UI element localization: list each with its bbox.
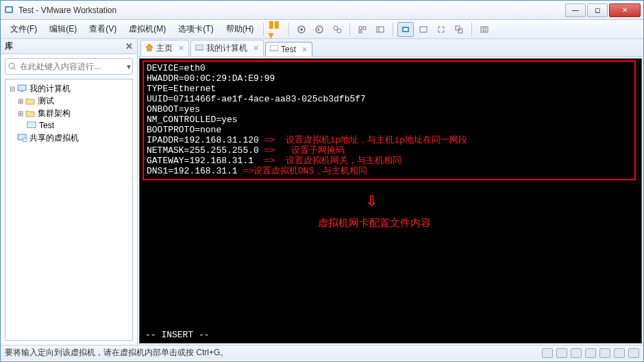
tab-my-computer[interactable]: 我的计算机 ✕ [190,40,264,56]
folder-icon [25,110,36,117]
device-icon[interactable] [614,348,625,358]
arrow-icon: ═> [264,156,286,166]
svg-rect-28 [270,45,278,51]
terminal-line: GATEWAY=192.168.31.1 ═> 设置虚拟机网关，与主机相同 [147,156,632,166]
close-button[interactable]: ✕ [609,3,641,17]
tab-test[interactable]: Test ✕ [265,42,312,56]
menu-file[interactable]: 文件(F) [5,21,42,37]
view-mode-1-icon[interactable] [397,22,414,37]
svg-point-19 [9,63,14,69]
terminal-line: NETMASK=255.255.255.0 ═> 设置子网掩码 [147,145,632,156]
computer-icon [195,44,203,53]
arrow-icon: ═> [264,145,291,156]
device-icon[interactable] [556,348,567,358]
svg-rect-24 [29,123,34,126]
search-input[interactable] [20,62,123,71]
annotation-box: DEVICE=eth0 HWADDR=00:0C:29:DA:E9:99 TYP… [143,60,636,180]
svg-rect-9 [359,31,362,33]
vm-icon [270,45,278,54]
minimize-button[interactable]: — [565,3,586,17]
tab-label: Test [281,45,296,54]
terminal-line: TYPE=Ethernet [147,84,632,94]
manage-icon[interactable] [329,22,345,37]
big-arrow-icon: ⇩ [366,196,377,206]
tree-item-vm[interactable]: Test [7,119,131,132]
maximize-button[interactable]: ◻ [587,3,608,17]
tree-item-folder[interactable]: ⊞ 测试 [7,95,131,107]
tab-home[interactable]: 主页 ✕ [140,40,189,56]
tab-label: 主页 [156,43,173,54]
titlebar: Test - VMware Workstation — ◻ ✕ [1,1,643,20]
thumbnail-icon[interactable] [354,22,371,37]
arrow-icon: ═> [264,135,286,145]
sidebar-toggle-icon[interactable] [372,22,388,37]
tree-label: Test [39,121,54,130]
search-box[interactable]: ▼ [5,58,133,75]
home-icon [145,43,153,53]
collapse-icon[interactable]: ⊟ [8,85,16,93]
svg-rect-8 [363,27,366,29]
menu-edit[interactable]: 编辑(E) [44,21,82,37]
svg-point-26 [23,138,27,142]
menu-help[interactable]: 帮助(H) [221,21,260,37]
tree-label: 我的计算机 [29,83,71,95]
pause-button[interactable]: ▮▮ ▾ [268,22,284,37]
tree-label: 测试 [38,95,54,107]
svg-rect-13 [404,28,408,31]
tab-close-icon[interactable]: ✕ [301,45,308,54]
svg-rect-21 [18,85,26,90]
device-icon[interactable] [628,348,639,358]
terminal-line: ONBOOT=yes [147,104,632,114]
tree-label: 共享的虚拟机 [29,132,79,144]
svg-rect-7 [359,27,362,29]
expand-icon[interactable]: ⊞ [16,97,25,105]
view-mode-2-icon[interactable] [415,22,432,37]
search-dropdown-icon[interactable]: ▼ [125,63,132,71]
svg-rect-1 [6,8,12,12]
device-icon[interactable] [585,348,596,358]
tab-strip: 主页 ✕ 我的计算机 ✕ Test ✕ [138,39,643,57]
tab-close-icon[interactable]: ✕ [178,44,184,53]
main-panel: 主页 ✕ 我的计算机 ✕ Test ✕ DEVICE=eth0 HWADDR=0… [138,39,643,345]
expand-icon[interactable]: ⊞ [16,110,25,117]
sidebar-close-icon[interactable]: ✕ [125,41,133,51]
terminal-line: DNS1=192.168.31.1 ═>设置虚拟机DNS，与主机相同 [147,166,632,176]
menu-view[interactable]: 查看(V) [84,21,122,37]
sidebar: 库 ✕ ▼ ⊟ 我的计算机 ⊞ 测试 ⊞ 集群架构 [1,39,138,345]
cycle-icon[interactable] [476,22,493,37]
device-icon[interactable] [599,348,610,358]
annotation-text: 设置虚拟机DNS，与主机相同 [253,166,367,176]
tree-label: 集群架构 [38,108,71,119]
tree-shared[interactable]: 共享的虚拟机 [7,132,131,144]
terminal-line: BOOTPROTO=none [147,125,632,135]
computer-icon [16,84,27,93]
fullscreen-icon[interactable] [433,22,449,37]
device-icon[interactable] [571,348,582,358]
vim-mode-indicator: -- INSERT -- [145,330,210,340]
svg-point-3 [300,28,303,31]
statusbar: 要将输入定向到该虚拟机，请在虚拟机内部单击或按 Ctrl+G。 [1,345,643,360]
unity-icon[interactable] [451,22,467,37]
terminal-view[interactable]: DEVICE=eth0 HWADDR=00:0C:29:DA:E9:99 TYP… [139,58,642,343]
window-title: Test - VMware Workstation [18,5,564,15]
folder-icon [25,97,36,105]
shared-icon [16,134,27,142]
app-icon [3,5,14,16]
snapshot-icon[interactable] [293,22,310,37]
menu-tabs[interactable]: 选项卡(T) [173,21,219,37]
terminal-line: IPADDR=192.168.31.120 ═> 设置虚拟机ip地址，与主机ip… [147,135,632,145]
menu-vm[interactable]: 虚拟机(M) [123,21,171,37]
svg-rect-27 [195,45,203,50]
status-text: 要将输入定向到该虚拟机，请在虚拟机内部单击或按 Ctrl+G。 [5,347,228,359]
device-icon[interactable] [542,348,553,358]
arrow-icon: ═> [243,166,253,176]
tree-item-folder[interactable]: ⊞ 集群架构 [7,107,131,119]
tree-root[interactable]: ⊟ 我的计算机 [7,82,131,95]
svg-rect-15 [456,26,460,30]
svg-rect-17 [481,27,488,32]
tab-close-icon[interactable]: ✕ [253,44,259,53]
terminal-line: DEVICE=eth0 [147,63,632,73]
terminal-line: HWADDR=00:0C:29:DA:E9:99 [147,73,632,84]
terminal-line: NM_CONTROLLED=yes [147,114,632,125]
revert-icon[interactable] [311,22,327,37]
